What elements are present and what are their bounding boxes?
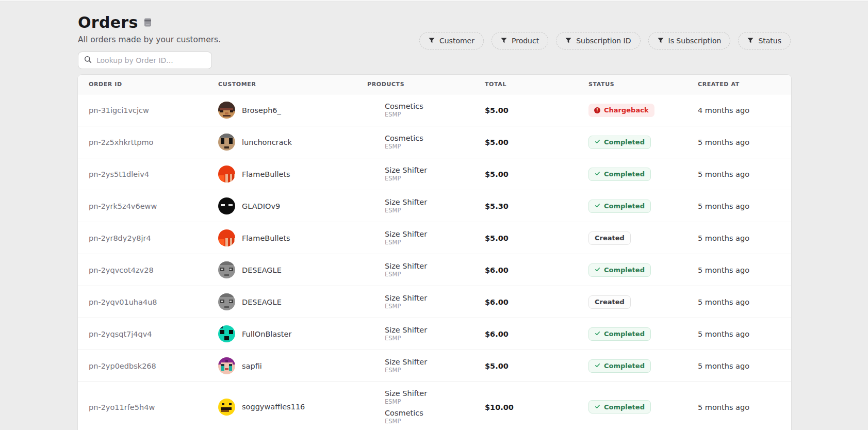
created-at-cell: 5 months ago xyxy=(698,265,791,275)
product-store: ESMP xyxy=(385,399,485,406)
customer-avatar xyxy=(218,166,235,183)
table-row[interactable]: pn-2yqvcot4zv28DESEAGLESize ShifterESMP$… xyxy=(78,254,791,286)
customer-cell: FlameBullets xyxy=(218,166,367,183)
products-cell: Size ShifterESMP xyxy=(367,293,485,310)
products-cell: Size ShifterESMP xyxy=(367,261,485,278)
status-badge: Created xyxy=(588,231,631,245)
product-store: ESMP xyxy=(385,175,485,183)
product-name: Size Shifter xyxy=(385,357,485,367)
total-cell: $10.00 xyxy=(485,402,588,412)
filter-button-status[interactable]: Status xyxy=(738,32,791,49)
check-icon xyxy=(595,202,600,210)
table-row[interactable]: pn-2yr8dy2y8jr4FlameBulletsSize ShifterE… xyxy=(78,222,791,254)
product-store: ESMP xyxy=(385,335,485,342)
order-total: $5.00 xyxy=(485,138,509,146)
table-row[interactable]: pn-2yp0edbsk268sapfiiSize ShifterESMP$5.… xyxy=(78,350,791,382)
order-id: pn-2ys5t1dleiv4 xyxy=(89,170,149,178)
created-at-cell: 5 months ago xyxy=(698,233,791,243)
products-cell: Size ShifterESMPCosmeticsESMP xyxy=(367,389,485,425)
table-row[interactable]: pn-31igci1vcjcwBroseph6_CosmeticsESMP$5.… xyxy=(78,94,791,126)
order-id: pn-31igci1vcjcw xyxy=(89,106,149,114)
customer-name: FlameBullets xyxy=(242,234,290,242)
customer-name: DESEAGLE xyxy=(242,266,282,274)
column-header-created-at: Created At xyxy=(698,81,791,88)
status-badge: Completed xyxy=(588,136,651,149)
status-cell: Created xyxy=(588,231,698,245)
status-badge: !Chargeback xyxy=(588,104,654,117)
status-cell: Completed xyxy=(588,136,698,149)
products-cell: Size ShifterESMP xyxy=(367,357,485,374)
check-icon xyxy=(595,170,600,178)
product-name: Cosmetics xyxy=(385,102,485,111)
products-cell: Size ShifterESMP xyxy=(367,325,485,342)
total-cell: $5.00 xyxy=(485,137,588,147)
products-cell: Size ShifterESMP xyxy=(367,197,485,214)
column-header-total: Total xyxy=(485,81,588,88)
customer-avatar xyxy=(218,261,235,278)
customer-avatar xyxy=(218,357,235,374)
product-name: Size Shifter xyxy=(385,389,485,398)
created-at: 5 months ago xyxy=(698,403,749,411)
status-label: Chargeback xyxy=(604,106,649,114)
product-item: Size ShifterESMP xyxy=(385,197,485,214)
product-name: Size Shifter xyxy=(385,325,485,335)
product-name: Size Shifter xyxy=(385,293,485,303)
customer-name: lunchoncrack xyxy=(242,138,292,146)
table-row[interactable]: pn-2yqv01uha4u8DESEAGLESize ShifterESMP$… xyxy=(78,286,791,318)
status-cell: Completed xyxy=(588,327,698,341)
filter-button-subscription-id[interactable]: Subscription ID xyxy=(556,32,640,49)
customer-avatar xyxy=(218,293,235,310)
product-item: CosmeticsESMP xyxy=(385,134,485,151)
order-id-cell: pn-2yr8dy2y8jr4 xyxy=(78,233,218,243)
products-cell: CosmeticsESMP xyxy=(367,102,485,119)
status-label: Completed xyxy=(604,202,645,210)
product-item: Size ShifterESMP xyxy=(385,357,485,374)
customer-cell: FullOnBlaster xyxy=(218,325,367,342)
order-total: $10.00 xyxy=(485,403,514,411)
customer-cell: lunchoncrack xyxy=(218,134,367,151)
check-icon xyxy=(595,266,600,274)
created-at: 5 months ago xyxy=(698,298,749,306)
table-row[interactable]: pn-2yqsqt7j4qv4FullOnBlasterSize Shifter… xyxy=(78,318,791,350)
order-id-cell: pn-2z5xhkrttpmo xyxy=(78,137,218,147)
total-cell: $5.00 xyxy=(485,105,588,115)
created-at-cell: 5 months ago xyxy=(698,402,791,412)
total-cell: $5.00 xyxy=(485,169,588,179)
product-item: Size ShifterESMP xyxy=(385,261,485,278)
table-row[interactable]: pn-2yo11rfe5h4wsoggywaffles116Size Shift… xyxy=(78,382,791,430)
product-name: Size Shifter xyxy=(385,229,485,239)
order-total: $6.00 xyxy=(485,298,509,306)
customer-avatar xyxy=(218,229,235,246)
table-row[interactable]: pn-2yrk5z4v6ewwGLADIOv9Size ShifterESMP$… xyxy=(78,190,791,222)
check-icon xyxy=(595,138,600,146)
table-row[interactable]: pn-2z5xhkrttpmolunchoncrackCosmeticsESMP… xyxy=(78,126,791,158)
customer-name: GLADIOv9 xyxy=(242,202,280,210)
table-row[interactable]: pn-2ys5t1dleiv4FlameBulletsSize ShifterE… xyxy=(78,158,791,190)
customer-name: FlameBullets xyxy=(242,170,290,178)
product-store: ESMP xyxy=(385,418,485,425)
customer-name: sapfii xyxy=(242,362,262,370)
created-at: 5 months ago xyxy=(698,138,749,146)
filter-button-is-subscription[interactable]: Is Subscription xyxy=(648,32,731,49)
created-at-cell: 4 months ago xyxy=(698,105,791,115)
funnel-filter-icon xyxy=(429,37,435,45)
filter-label: Product xyxy=(512,37,539,45)
customer-name: FullOnBlaster xyxy=(242,330,291,338)
filter-button-product[interactable]: Product xyxy=(492,32,548,49)
orders-table: Order IDCustomerProductsTotalStatusCreat… xyxy=(78,75,791,430)
status-cell: Completed xyxy=(588,359,698,373)
status-label: Completed xyxy=(604,362,645,370)
order-id-cell: pn-2ys5t1dleiv4 xyxy=(78,169,218,179)
status-badge: Completed xyxy=(588,327,651,341)
filter-button-customer[interactable]: Customer xyxy=(419,32,484,49)
search-input[interactable] xyxy=(96,56,206,64)
funnel-filter-icon xyxy=(658,37,664,45)
customer-cell: Broseph6_ xyxy=(218,102,367,119)
order-id-cell: pn-2yqvcot4zv28 xyxy=(78,265,218,275)
check-icon xyxy=(595,362,600,370)
order-search[interactable] xyxy=(78,52,212,69)
status-label: Completed xyxy=(604,138,645,146)
order-total: $5.00 xyxy=(485,362,509,370)
funnel-filter-icon xyxy=(565,37,571,45)
status-badge: Completed xyxy=(588,400,651,414)
